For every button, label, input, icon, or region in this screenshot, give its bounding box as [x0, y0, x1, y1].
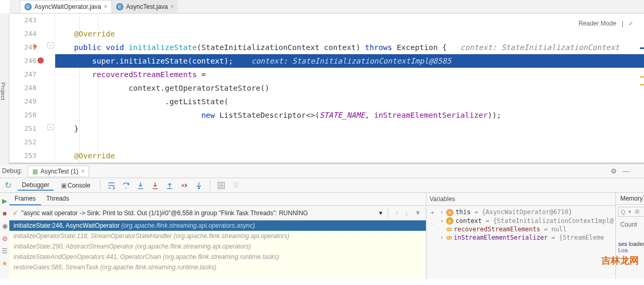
rerun-icon[interactable]: ↻ [5, 180, 11, 190]
error-stripe[interactable] [639, 14, 644, 163]
tab-asyncwaitoperator[interactable]: C AsyncWaitOperator.java × [20, 0, 112, 13]
stack-frame[interactable]: initializeState:246, AsyncWaitOperator (… [9, 220, 426, 231]
console-icon: ▣ [61, 182, 67, 189]
fold-column[interactable]: − − [46, 14, 55, 163]
stop-icon[interactable]: ■ [0, 208, 9, 218]
resume-icon[interactable]: ▶ [0, 196, 9, 205]
tool-project[interactable]: Project [0, 82, 6, 100]
mute-breakpoints-icon[interactable]: ⊘ [0, 233, 9, 243]
drop-frame-icon[interactable]: ✕ [179, 180, 190, 191]
svg-rect-1 [198, 188, 200, 189]
variable-row[interactable]: ›≡this = {AsyncWaitOperator@6710} [440, 208, 613, 217]
show-execution-point-icon[interactable] [106, 180, 117, 191]
pin-icon[interactable]: ★ [0, 258, 9, 268]
line-gutter[interactable]: 243 244 245 246 247 248 249 250 251 252 … [9, 14, 46, 163]
close-icon[interactable]: × [81, 168, 84, 175]
remove-watch-icon[interactable]: － [429, 219, 436, 229]
stack-frame[interactable]: initializeStateAndOpenOperators:441, Ope… [9, 252, 426, 262]
debug-side-toolbar: ▶ ■ ◉ ⊘ ☰ ★ [0, 193, 9, 279]
console-tab[interactable]: ▣Console [57, 181, 95, 190]
stack-frame[interactable]: initializeOperatorState:118, StreamOpera… [9, 231, 426, 241]
memory-count-header: Count [616, 219, 644, 230]
breakpoint-icon[interactable] [37, 57, 44, 64]
check-icon: ✔ [12, 209, 18, 217]
memory-status: ses loaded. [618, 241, 644, 247]
frames-list[interactable]: initializeState:246, AsyncWaitOperator (… [9, 220, 426, 279]
threads-tab[interactable]: Threads [41, 193, 74, 205]
variables-tree[interactable]: ›≡this = {AsyncWaitOperator@6710} ›pcont… [438, 206, 615, 279]
settings-icon[interactable]: ☰ [0, 246, 9, 255]
svg-text:✕: ✕ [181, 182, 185, 189]
code-editor[interactable]: 243 244 245 246 247 248 249 250 251 252 … [9, 14, 644, 163]
force-step-into-icon[interactable] [149, 180, 161, 191]
left-tool-strip[interactable]: Project [0, 14, 9, 165]
parameter-icon: p [446, 217, 453, 225]
view-breakpoints-icon[interactable]: ◉ [0, 221, 9, 230]
tab-label: AsyncTest.java [126, 3, 168, 10]
fold-toggle-icon[interactable]: − [47, 42, 54, 48]
java-class-icon: C [24, 3, 32, 10]
add-watch-icon[interactable]: ＋ [429, 208, 436, 217]
variable-row[interactable]: oorecoveredStreamElements = null [440, 225, 613, 233]
load-classes-link[interactable]: Loa [618, 247, 627, 253]
close-icon[interactable]: × [170, 3, 174, 10]
tab-label: AsyncWaitOperator.java [34, 3, 101, 10]
debug-tool-window: Debug: ▦ AsyncTest (1) × ⚙ — ↻ Debugger … [0, 163, 644, 279]
step-out-icon[interactable] [164, 180, 175, 191]
chevron-down-icon[interactable]: ▾ [379, 209, 383, 217]
gear-icon[interactable]: ⚙ [635, 208, 640, 215]
variable-row[interactable]: ›ooinStreamElementSerializer = {StreamEl… [440, 233, 613, 242]
step-over-icon[interactable] [120, 180, 132, 191]
prev-frame-icon[interactable]: ↑ [394, 209, 400, 217]
fold-toggle-icon[interactable]: − [47, 124, 54, 130]
debug-label: Debug: [2, 167, 22, 175]
frames-tab[interactable]: Frames [9, 193, 41, 205]
code-area[interactable]: @Override public void initializeState(St… [55, 14, 644, 163]
next-frame-icon[interactable]: ↓ [403, 209, 410, 217]
search-icon: Q [621, 209, 625, 215]
java-class-icon: C [116, 3, 123, 10]
trace-current-stream-icon: ☰ [230, 180, 242, 191]
editor-tabs: C AsyncWaitOperator.java × C AsyncTest.j… [9, 0, 644, 14]
step-into-icon[interactable] [135, 180, 146, 191]
memory-label: Memory [620, 195, 642, 202]
tab-asynctest[interactable]: C AsyncTest.java × [112, 0, 178, 13]
stack-frame[interactable]: initializeState:290, AbstractStreamOpera… [9, 241, 426, 252]
memory-search[interactable]: Q▾⚙ [618, 207, 644, 217]
current-execution-line: super.initializeState(context); context:… [55, 54, 644, 68]
debug-session-tab[interactable]: ▦ AsyncTest (1) × [28, 166, 90, 177]
variable-row[interactable]: ›pcontext = {StateInitializationContextI… [440, 217, 613, 226]
variables-label: Variables [430, 195, 455, 203]
method-override-icon[interactable] [34, 44, 37, 49]
field-icon: oo [446, 226, 450, 233]
run-to-cursor-icon[interactable] [193, 180, 205, 191]
stack-frame[interactable]: restoreGates:585, StreamTask (org.apache… [9, 262, 426, 272]
gear-icon[interactable]: ⚙ — [611, 167, 629, 175]
thread-selector[interactable]: ✔ "async wait operator -> Sink: Print to… [9, 206, 426, 220]
field-icon: oo [446, 234, 450, 241]
memory-view: Memory˅ Q▾⚙ Count ses loaded. Loa [615, 193, 644, 279]
object-icon: ≡ [446, 209, 453, 216]
close-icon[interactable]: × [104, 3, 107, 10]
filter-icon[interactable]: ▼ [413, 209, 423, 217]
application-icon: ▦ [32, 168, 38, 175]
debugger-tab[interactable]: Debugger [18, 180, 54, 191]
evaluate-expression-icon[interactable] [216, 180, 227, 191]
